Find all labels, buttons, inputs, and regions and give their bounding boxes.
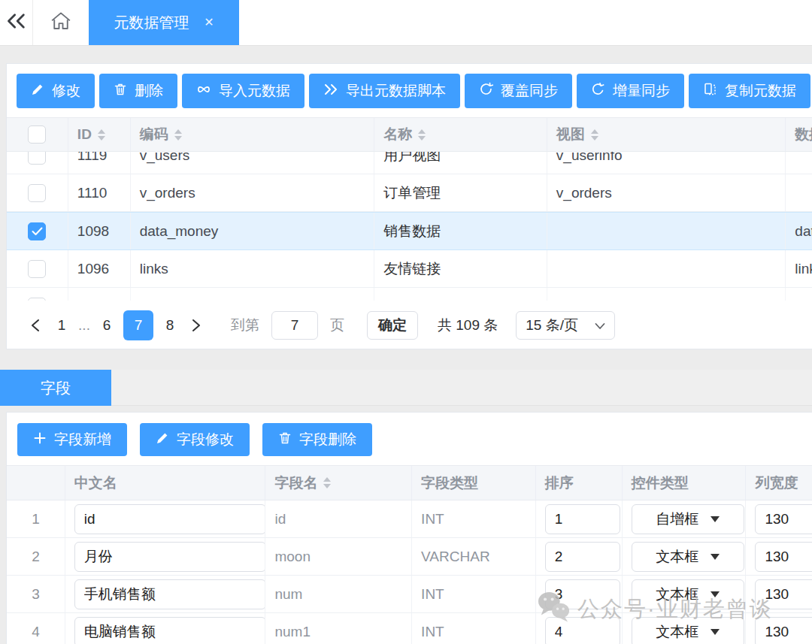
edit-field-button[interactable]: 字段修改 [140, 423, 250, 456]
column-header-field-type: 字段类型 [412, 466, 536, 500]
fields-tab-bar: 字段 [0, 370, 812, 406]
col-width-input[interactable] [755, 579, 812, 609]
column-header-cn-name: 中文名 [65, 466, 266, 500]
goto-page-label: 到第 [231, 316, 259, 335]
field-row[interactable]: 3 num INT 文本框 [7, 576, 812, 613]
home-icon [50, 11, 72, 35]
home-button[interactable] [33, 0, 89, 45]
column-header-field-name[interactable]: 字段名 [265, 466, 412, 500]
col-width-input[interactable] [755, 504, 812, 534]
import-metadata-button[interactable]: 导入元数据 [182, 74, 304, 108]
column-header-id[interactable]: ID [68, 118, 131, 151]
prev-page-button[interactable] [22, 310, 49, 340]
fields-table: 中文名 字段名 字段类型 排序 控件类型 列宽度 1 id INT 自增框 2 … [7, 465, 812, 644]
col-width-input[interactable] [755, 542, 812, 572]
edit-button[interactable]: 修改 [17, 74, 95, 108]
page-unit-label: 页 [330, 316, 344, 335]
column-header-view[interactable]: 视图 [547, 118, 786, 151]
metadata-panel: 修改 删除 导入元数据 导出元数据脚本 覆盖同步 增量同步 复制元数据 [6, 63, 812, 349]
row-checkbox[interactable] [28, 184, 46, 202]
chevron-down-icon [595, 317, 605, 334]
tab-label: 元数据管理 [114, 13, 189, 33]
fields-table-header: 中文名 字段名 字段类型 排序 控件类型 列宽度 [7, 465, 812, 500]
sort-input[interactable] [545, 579, 620, 609]
pencil-icon [156, 431, 169, 449]
delete-field-button[interactable]: 字段删除 [262, 423, 372, 456]
widget-type-select[interactable]: 文本框 [632, 579, 744, 609]
widget-type-select[interactable]: 文本框 [632, 617, 744, 644]
goto-page-input[interactable] [271, 311, 318, 340]
tab-fields[interactable]: 字段 [0, 370, 111, 406]
copy-icon [703, 82, 717, 100]
tab-metadata-management[interactable]: 元数据管理 ✕ [89, 0, 239, 45]
sort-icon[interactable] [174, 129, 182, 141]
dropdown-arrow-icon [710, 554, 720, 560]
column-header-datasource[interactable]: 数据源 [786, 118, 812, 151]
column-header-widget-type: 控件类型 [623, 466, 747, 500]
sort-input[interactable] [545, 542, 620, 572]
fields-toolbar: 字段新增 字段修改 字段删除 [7, 413, 812, 456]
widget-type-select[interactable]: 文本框 [632, 542, 744, 572]
column-header-name[interactable]: 名称 [374, 118, 547, 151]
field-row[interactable]: 1 id INT 自增框 [7, 500, 812, 538]
metadata-table: ID 编码 名称 视图 数据源 1119 [7, 117, 812, 301]
select-all-checkbox[interactable] [28, 125, 46, 144]
copy-metadata-button[interactable]: 复制元数据 [689, 74, 810, 108]
next-page-button[interactable] [183, 310, 210, 340]
plus-icon [33, 431, 47, 449]
dropdown-arrow-icon [710, 629, 720, 635]
column-header-code[interactable]: 编码 [131, 118, 374, 151]
table-row[interactable]: 1110 v_orders 订单管理 v_orders [7, 174, 812, 212]
row-checkbox[interactable] [28, 152, 46, 165]
widget-type-select[interactable]: 自增框 [632, 504, 744, 534]
sort-input[interactable] [545, 617, 620, 644]
export-metadata-button[interactable]: 导出元数据脚本 [309, 74, 460, 108]
sort-icon[interactable] [591, 129, 598, 141]
overwrite-sync-button[interactable]: 覆盖同步 [465, 74, 572, 108]
confirm-page-button[interactable]: 确定 [367, 311, 418, 340]
cn-name-input[interactable] [74, 579, 266, 609]
page-number[interactable]: 8 [159, 317, 181, 334]
page-number[interactable]: 6 [95, 317, 118, 334]
cn-name-input[interactable] [74, 542, 266, 572]
close-tab-icon[interactable]: ✕ [204, 17, 214, 29]
link-infinity-icon [196, 83, 211, 100]
field-row[interactable]: 2 moon VARCHAR 文本框 [7, 538, 812, 576]
fields-panel: 字段新增 字段修改 字段删除 中文名 字段名 字段类型 排序 控件类型 列宽度 … [6, 412, 812, 644]
top-bar: 元数据管理 ✕ [0, 0, 812, 46]
add-field-button[interactable]: 字段新增 [17, 423, 127, 456]
page-number-active[interactable]: 7 [123, 310, 153, 340]
col-width-input[interactable] [755, 617, 812, 644]
cn-name-input[interactable] [74, 504, 266, 534]
sort-icon[interactable] [418, 129, 426, 141]
sort-icon[interactable] [323, 477, 331, 488]
table-row[interactable]: 1119 v_users 用户视图 v_userinfo [7, 152, 812, 174]
trash-icon [278, 431, 292, 449]
delete-button[interactable]: 删除 [99, 74, 177, 108]
page-ellipsis[interactable]: ... [74, 317, 94, 334]
incremental-sync-button[interactable]: 增量同步 [577, 74, 684, 108]
row-checkbox[interactable] [28, 298, 46, 301]
refresh-icon [591, 82, 605, 100]
refresh-icon [479, 82, 493, 100]
field-row[interactable]: 4 num1 INT 文本框 [7, 613, 812, 644]
table-row-partial[interactable] [7, 288, 812, 301]
collapse-sidebar-button[interactable] [0, 0, 33, 45]
sort-icon[interactable] [98, 129, 105, 141]
trash-icon [114, 83, 127, 100]
page-number[interactable]: 1 [50, 317, 73, 334]
row-checkbox-checked[interactable] [28, 222, 46, 240]
metadata-table-header: ID 编码 名称 视图 数据源 [7, 117, 812, 152]
metadata-toolbar: 修改 删除 导入元数据 导出元数据脚本 覆盖同步 增量同步 复制元数据 [7, 64, 812, 108]
cn-name-input[interactable] [74, 617, 266, 644]
sort-input[interactable] [545, 504, 620, 534]
table-row-selected[interactable]: 1098 data_money 销售数据 data_money [7, 212, 812, 250]
table-row[interactable]: 1096 links 友情链接 links [7, 250, 812, 288]
double-chevron-right-icon [323, 83, 338, 100]
metadata-table-body: 1119 v_users 用户视图 v_userinfo 1110 v_orde… [7, 152, 812, 301]
dropdown-arrow-icon [710, 591, 720, 597]
column-header-sort: 排序 [536, 466, 623, 500]
double-chevron-left-icon [6, 12, 27, 33]
row-checkbox[interactable] [28, 260, 46, 278]
page-size-select[interactable]: 15 条/页 [516, 311, 615, 340]
